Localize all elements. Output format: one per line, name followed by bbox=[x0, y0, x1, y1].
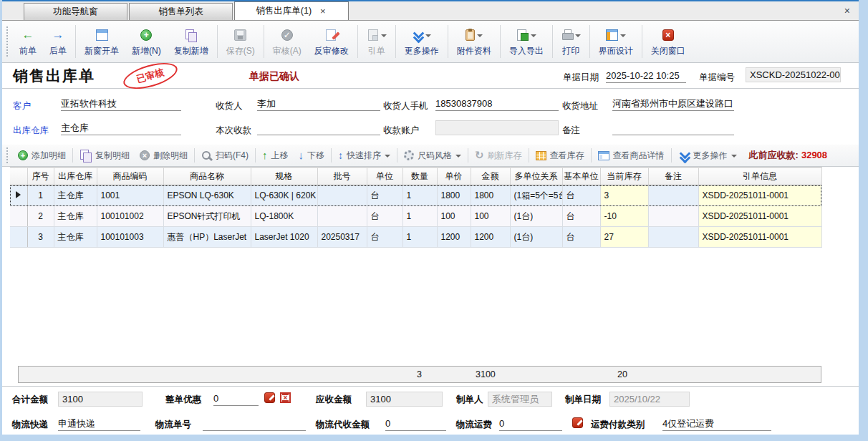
column-header[interactable]: 多单位关系 bbox=[510, 168, 562, 185]
attachments-button[interactable]: 附件资料 bbox=[450, 24, 498, 59]
cell[interactable]: (1箱=5个=5台) bbox=[510, 185, 562, 206]
consignee-field[interactable]: 李加 bbox=[257, 97, 380, 111]
scan-button[interactable]: 扫码(F4) bbox=[196, 150, 254, 162]
cell[interactable]: 台 bbox=[367, 227, 402, 248]
cell[interactable]: 27 bbox=[600, 227, 648, 248]
table-row[interactable]: 3 主仓库 100101003 惠普（HP）LaserJet LaserJet … bbox=[10, 227, 821, 248]
cell[interactable] bbox=[648, 227, 698, 248]
cell[interactable]: 1800 bbox=[471, 185, 510, 206]
save-button[interactable]: 保存(S) bbox=[220, 24, 261, 59]
cell[interactable]: 台 bbox=[367, 185, 402, 206]
cell[interactable]: 台 bbox=[367, 206, 402, 227]
phone-field[interactable]: 18530837908 bbox=[435, 97, 559, 111]
cell[interactable]: 主仓库 bbox=[54, 227, 97, 248]
toolbar-grip[interactable] bbox=[6, 26, 10, 57]
tab-nav-window[interactable]: 功能导航窗 bbox=[24, 3, 127, 20]
cell[interactable]: 主仓库 bbox=[54, 185, 97, 206]
cell[interactable]: 20250317 bbox=[317, 227, 367, 248]
customer-field[interactable]: 亚拓软件科技 bbox=[61, 97, 181, 111]
discount-field[interactable]: 0 bbox=[213, 392, 259, 406]
tab-sales-list[interactable]: 销售单列表 bbox=[129, 3, 233, 20]
doc-date-field[interactable]: 2025-10-22 10:25 bbox=[606, 69, 686, 83]
view-stock-button[interactable]: 查看库存 bbox=[531, 150, 589, 162]
close-window-button[interactable]: ×关闭窗口 bbox=[645, 24, 692, 59]
freight-type-field[interactable]: 4仅登记运费 bbox=[662, 417, 771, 431]
import-export-button[interactable]: 导入导出 bbox=[503, 24, 550, 59]
add-new-button[interactable]: +新增(N) bbox=[125, 24, 168, 59]
cell[interactable] bbox=[648, 185, 698, 206]
move-up-button[interactable]: ↑上移 bbox=[257, 149, 294, 162]
refresh-stock-button[interactable]: ↻刷新库存 bbox=[470, 149, 527, 162]
cell[interactable]: 100101003 bbox=[97, 227, 163, 248]
rounding-seal-icon[interactable]: × bbox=[280, 392, 291, 403]
unaudit-button[interactable]: 反审修改 bbox=[308, 24, 355, 59]
cell[interactable]: XSDD-20251011-0001 bbox=[698, 227, 821, 248]
cell[interactable] bbox=[317, 206, 367, 227]
cod-field[interactable]: 0 bbox=[385, 417, 446, 431]
discount-edit-icon[interactable] bbox=[264, 392, 275, 403]
prev-doc-button[interactable]: ←前单 bbox=[13, 24, 43, 59]
column-header[interactable]: 金额 bbox=[471, 168, 510, 185]
detail-more-actions-button[interactable]: 更多操作 bbox=[673, 150, 742, 162]
tab-close-icon[interactable]: × bbox=[319, 6, 327, 16]
cell[interactable]: LQ-630K | 620K bbox=[251, 185, 317, 206]
column-header[interactable]: 单位 bbox=[367, 168, 402, 185]
detail-toolbar-grip[interactable] bbox=[6, 147, 10, 163]
more-actions-button[interactable]: 更多操作 bbox=[398, 24, 445, 59]
cell[interactable]: 1 bbox=[402, 227, 437, 248]
address-field[interactable]: 河南省郑州市中原区建设路口 bbox=[612, 97, 734, 111]
print-button[interactable]: 打印 bbox=[555, 24, 587, 59]
column-header[interactable]: 商品编码 bbox=[97, 168, 163, 185]
column-header[interactable]: 当前库存 bbox=[600, 168, 648, 185]
size-style-button[interactable]: 尺码风格 bbox=[399, 150, 466, 162]
cell[interactable]: LQ-1800K bbox=[251, 206, 317, 227]
cell[interactable]: 1001 bbox=[97, 185, 163, 206]
copy-new-button[interactable]: 复制新增 bbox=[168, 24, 215, 59]
tab-sales-outbound[interactable]: 销售出库单(1) × bbox=[234, 1, 349, 20]
freight-field[interactable]: 0 bbox=[499, 417, 562, 431]
cell[interactable]: EPSON LQ-630K bbox=[163, 185, 251, 206]
cell[interactable]: 台 bbox=[562, 206, 600, 227]
cell[interactable] bbox=[317, 185, 367, 206]
row-selector-cell[interactable] bbox=[10, 185, 27, 206]
audit-button[interactable]: ✓审核(A) bbox=[266, 24, 308, 59]
cell[interactable]: 3 bbox=[27, 227, 54, 248]
column-header[interactable]: 商品名称 bbox=[163, 168, 251, 185]
panel-close-icon[interactable]: × bbox=[844, 5, 850, 16]
warehouse-field[interactable]: 主仓库 bbox=[61, 121, 181, 135]
column-header[interactable]: 序号 bbox=[27, 168, 54, 185]
cell[interactable] bbox=[648, 206, 698, 227]
column-header[interactable]: 备注 bbox=[648, 168, 698, 185]
cell[interactable]: (1台) bbox=[510, 227, 562, 248]
payment-field[interactable] bbox=[257, 121, 380, 135]
column-header[interactable]: 基本单位 bbox=[562, 168, 600, 185]
freight-edit-icon[interactable] bbox=[572, 417, 583, 428]
trackno-field[interactable] bbox=[203, 417, 306, 431]
cell[interactable]: (1台) bbox=[510, 206, 562, 227]
cell[interactable]: 1200 bbox=[437, 227, 471, 248]
cell[interactable]: LaserJet 1020 bbox=[251, 227, 317, 248]
cell[interactable]: XSDD-20251011-0001 bbox=[698, 206, 821, 227]
column-header[interactable]: 批号 bbox=[317, 168, 367, 185]
cell[interactable]: 1 bbox=[402, 206, 437, 227]
ui-design-button[interactable]: 界面设计 bbox=[592, 24, 640, 59]
cell[interactable]: 台 bbox=[562, 227, 600, 248]
column-header[interactable]: 规格 bbox=[251, 168, 317, 185]
cell[interactable]: -10 bbox=[600, 206, 648, 227]
copy-detail-button[interactable]: 复制明细 bbox=[74, 150, 135, 162]
cell[interactable]: EPSON针式打印机 bbox=[163, 206, 251, 227]
table-row[interactable]: 1 主仓库 1001 EPSON LQ-630K LQ-630K | 620K … bbox=[10, 185, 821, 206]
cell[interactable]: 1800 bbox=[437, 185, 471, 206]
cell[interactable]: 1 bbox=[27, 185, 54, 206]
delete-detail-button[interactable]: ×删除明细 bbox=[135, 150, 193, 162]
row-selector-cell[interactable] bbox=[10, 227, 27, 248]
column-header[interactable]: 出库仓库 bbox=[54, 168, 97, 185]
next-doc-button[interactable]: →后单 bbox=[43, 24, 73, 59]
remark-field[interactable] bbox=[612, 121, 734, 135]
cell[interactable]: 3 bbox=[600, 185, 648, 206]
cell[interactable]: 100101002 bbox=[97, 206, 163, 227]
view-product-button[interactable]: 查看商品详情 bbox=[593, 150, 670, 162]
cell[interactable]: 台 bbox=[562, 185, 600, 206]
customer-label[interactable]: 客户 bbox=[13, 100, 31, 112]
pull-order-button[interactable]: 引单 bbox=[360, 24, 393, 59]
